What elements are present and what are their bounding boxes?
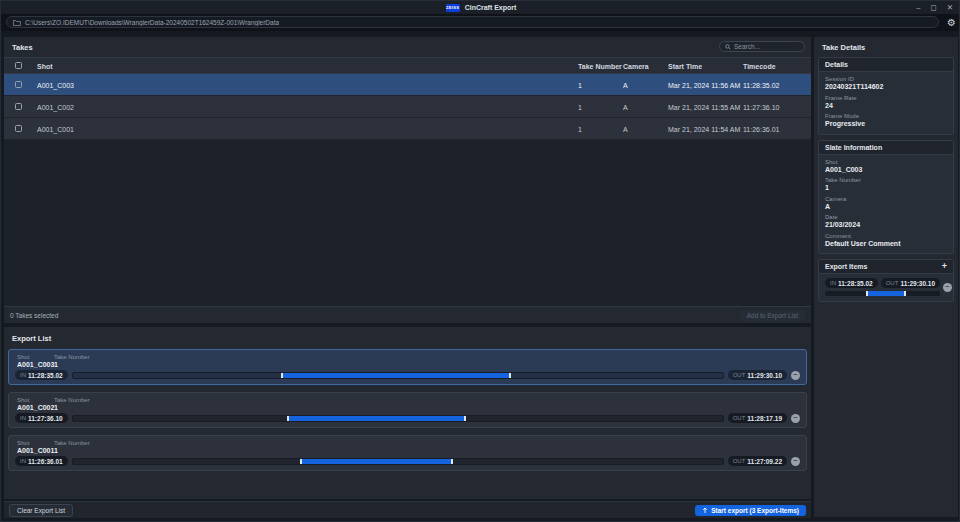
shot-label: Shot [17, 440, 54, 446]
column-timecode: Timecode [743, 62, 776, 69]
search-icon [725, 44, 731, 50]
maximize-icon[interactable]: ◻ [930, 1, 936, 14]
zeiss-logo: ZEISS [446, 4, 460, 12]
row-take-number: 1 [578, 103, 582, 110]
gear-icon[interactable]: ⚙ [945, 16, 958, 29]
field-label: Session ID [825, 76, 947, 82]
field-value: Progressive [825, 120, 947, 127]
takes-header: Takes Search... [4, 37, 811, 57]
table-row[interactable]: A001_C002 1 A Mar 21, 2024 11:55 AM 11:2… [4, 96, 811, 118]
trim-range-handle[interactable] [287, 416, 466, 421]
row-shot: A001_C003 [37, 81, 74, 88]
in-timecode-pill: IN11:26:36.01 [15, 456, 68, 466]
details-section: Details Session ID 20240321T114602 Frame… [818, 57, 954, 135]
export-cards: Shot A001_C003 Take Number 1 IN11:28:35.… [4, 349, 811, 471]
app-title: CinCraft Export [465, 4, 517, 11]
shot-label: Shot [17, 397, 54, 403]
add-to-export-list-button[interactable]: Add to Export List [740, 310, 805, 321]
takes-panel: Takes Search... Shot Take Number Camera … [4, 37, 811, 323]
path-bar: C:\Users\ZO.IDEMUT\Downloads\WranglerDat… [1, 14, 960, 31]
export-item-card[interactable]: Shot A001_C001 Take Number 1 IN11:26:36.… [8, 435, 807, 471]
field-label: Shot [825, 159, 947, 165]
search-input[interactable]: Search... [719, 41, 805, 52]
field-label: Date [825, 214, 947, 220]
slate-information-section: Slate Information Shot A001_C003 Take Nu… [818, 140, 954, 255]
field-value: A [825, 203, 947, 210]
row-timecode: 11:27:36.10 [743, 103, 779, 110]
path-input[interactable]: C:\Users\ZO.IDEMUT\Downloads\WranglerDat… [6, 16, 939, 28]
column-camera: Camera [623, 62, 649, 69]
shot-value: A001_C001 [17, 447, 54, 454]
remove-item-icon[interactable]: − [791, 371, 800, 380]
field-value: 20240321T114602 [825, 83, 947, 90]
row-timecode: 11:26:36.01 [743, 125, 779, 132]
row-shot: A001_C001 [37, 125, 74, 132]
take-number-label: Take Number [54, 397, 90, 403]
take-number-value: 1 [54, 404, 90, 411]
app-window: ZEISS CinCraft Export – ◻ ✕ C:\Users\ZO.… [0, 0, 960, 522]
in-timecode-pill: IN11:28:35.02 [825, 278, 878, 288]
row-camera: A [623, 103, 628, 110]
export-list-panel: Export List Shot A001_C003 Take Number 1… [4, 327, 811, 499]
clear-export-list-button[interactable]: Clear Export List [9, 504, 73, 517]
export-items-section: Export Items + IN11:28:35.02 OUT11:29:30… [818, 259, 954, 302]
search-placeholder: Search... [734, 43, 760, 50]
takes-title: Takes [4, 43, 33, 52]
take-number-value: 1 [54, 361, 90, 368]
bottom-bar: Clear Export List Start export (3 Export… [4, 501, 811, 518]
takes-table-header: Shot Take Number Camera Start Time Timec… [4, 57, 811, 74]
start-export-button[interactable]: Start export (3 Export-Items) [695, 505, 806, 516]
close-icon[interactable]: ✕ [947, 1, 953, 14]
export-list-title: Export List [4, 334, 51, 343]
take-details-title: Take Details [814, 37, 958, 57]
row-start-time: Mar 21, 2024 11:55 AM [668, 103, 740, 110]
table-row[interactable]: A001_C003 1 A Mar 21, 2024 11:56 AM 11:2… [4, 74, 811, 96]
field-label: Frame Rate [825, 95, 947, 101]
take-number-label: Take Number [54, 354, 90, 360]
row-start-time: Mar 21, 2024 11:54 AM [668, 125, 740, 132]
trim-slider[interactable] [825, 291, 940, 296]
field-label: Comment [825, 233, 947, 239]
out-timecode-pill: OUT11:29:30.10 [728, 370, 787, 380]
trim-slider[interactable] [72, 415, 724, 422]
trim-range-handle[interactable] [281, 373, 512, 378]
row-checkbox[interactable] [15, 125, 22, 132]
remove-item-icon[interactable]: − [943, 283, 952, 292]
export-item-card[interactable]: Shot A001_C003 Take Number 1 IN11:28:35.… [8, 349, 807, 385]
export-list-header: Export List [4, 327, 811, 349]
field-label: Frame Mode [825, 113, 947, 119]
in-timecode-pill: IN11:27:36.10 [15, 413, 68, 423]
remove-item-icon[interactable]: − [791, 457, 800, 466]
selected-count: 0 Takes selected [10, 312, 58, 319]
field-value: A001_C003 [825, 166, 947, 173]
trim-range-handle[interactable] [866, 291, 905, 296]
export-item-card[interactable]: Shot A001_C002 Take Number 1 IN11:27:36.… [8, 392, 807, 428]
row-camera: A [623, 125, 628, 132]
takes-empty-area [4, 140, 811, 306]
shot-label: Shot [17, 354, 54, 360]
row-checkbox[interactable] [15, 103, 22, 110]
slate-section-title: Slate Information [825, 144, 882, 151]
table-row[interactable]: A001_C001 1 A Mar 21, 2024 11:54 AM 11:2… [4, 118, 811, 140]
shot-value: A001_C003 [17, 361, 54, 368]
trim-slider-row: IN11:26:36.01 OUT11:27:09.22 − [15, 456, 800, 466]
takes-footer: 0 Takes selected Add to Export List [4, 306, 811, 323]
path-text: C:\Users\ZO.IDEMUT\Downloads\WranglerDat… [25, 19, 279, 26]
trim-slider-row: IN11:28:35.02 OUT11:29:30.10 − [15, 370, 800, 380]
minimize-icon[interactable]: – [916, 1, 920, 14]
trim-slider[interactable] [72, 372, 724, 379]
select-all-checkbox[interactable] [15, 62, 22, 69]
add-export-item-icon[interactable]: + [942, 263, 947, 270]
field-value: 24 [825, 102, 947, 109]
remove-item-icon[interactable]: − [791, 414, 800, 423]
out-timecode-pill: OUT11:28:17.19 [728, 413, 787, 423]
column-shot: Shot [37, 62, 53, 69]
trim-range-handle[interactable] [300, 459, 453, 464]
window-controls: – ◻ ✕ [916, 1, 953, 14]
export-icon [702, 507, 708, 514]
trim-slider[interactable] [72, 458, 724, 465]
row-checkbox[interactable] [15, 81, 22, 88]
trim-slider-row: IN11:27:36.10 OUT11:28:17.19 − [15, 413, 800, 423]
field-label: Take Number [825, 177, 947, 183]
take-number-value: 1 [54, 447, 90, 454]
